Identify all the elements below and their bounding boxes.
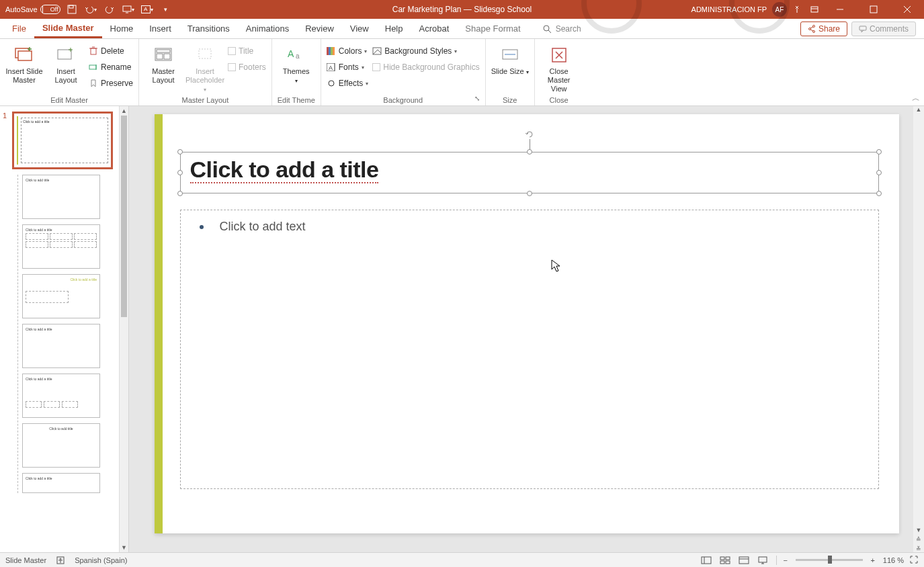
- status-view-mode[interactable]: Slide Master: [5, 556, 46, 564]
- zoom-level[interactable]: 116 %: [883, 556, 904, 564]
- resize-handle[interactable]: [876, 149, 882, 155]
- zoom-in-button[interactable]: +: [868, 556, 878, 564]
- master-layout-label: Master Layout: [144, 67, 182, 85]
- tab-slide-master[interactable]: Slide Master: [34, 19, 102, 38]
- title-placeholder-text[interactable]: Click to add a title: [181, 152, 878, 187]
- present-icon[interactable]: ▾: [121, 2, 136, 17]
- normal-view-icon[interactable]: [698, 554, 715, 566]
- title-chk-label: Title: [239, 46, 253, 56]
- canvas-scrollbar[interactable]: ▲ ▼ ≙ ≚: [913, 106, 924, 552]
- undo-icon[interactable]: ▾: [83, 2, 98, 17]
- lightbulb-icon[interactable]: [790, 2, 804, 17]
- background-styles-button[interactable]: Background Styles ▾: [372, 44, 479, 58]
- tab-help[interactable]: Help: [377, 19, 411, 38]
- svg-rect-14: [89, 65, 96, 69]
- tab-acrobat[interactable]: Acrobat: [411, 19, 458, 38]
- resize-handle[interactable]: [177, 149, 183, 155]
- reading-view-icon[interactable]: [735, 554, 753, 566]
- tab-shape-format[interactable]: Shape Format: [457, 19, 528, 38]
- insert-layout-button[interactable]: Insert Layout: [47, 42, 85, 85]
- share-button[interactable]: Share: [800, 21, 847, 36]
- resize-handle[interactable]: [177, 191, 183, 196]
- thumb-layout-4[interactable]: Click to add a title: [22, 324, 100, 368]
- sorter-view-icon[interactable]: [716, 554, 734, 566]
- thumb-layout-2[interactable]: Click to add a title: [22, 224, 100, 269]
- rename-button[interactable]: Rename: [89, 60, 133, 74]
- scroll-handle[interactable]: [121, 116, 127, 317]
- zoom-slider[interactable]: [796, 559, 863, 561]
- fit-window-icon[interactable]: [909, 555, 919, 566]
- thumb-scrollbar[interactable]: ▲ ▼: [119, 106, 128, 552]
- svg-rect-36: [726, 557, 730, 560]
- accessibility-icon[interactable]: [56, 556, 65, 565]
- resize-handle[interactable]: [876, 191, 882, 196]
- zoom-slider-knob[interactable]: [828, 556, 832, 564]
- close-master-view-button[interactable]: Close Master View: [540, 42, 578, 94]
- resize-handle[interactable]: [527, 191, 532, 196]
- slide-master-editor[interactable]: Click to add a title Click to add text: [155, 114, 899, 533]
- next-slide-icon[interactable]: ≚: [913, 546, 924, 552]
- slide-size-button[interactable]: Slide Size ▾: [491, 42, 529, 76]
- close-button[interactable]: [892, 0, 923, 19]
- minimize-button[interactable]: [825, 0, 855, 19]
- canvas-scroll-up-icon[interactable]: ▲: [913, 106, 924, 116]
- tab-animations[interactable]: Animations: [238, 19, 297, 38]
- resize-handle[interactable]: [177, 170, 183, 175]
- resize-handle[interactable]: [876, 170, 882, 175]
- svg-point-7: [808, 28, 810, 30]
- autosave-toggle[interactable]: AutoSave Off: [5, 5, 60, 14]
- redo-icon[interactable]: [102, 2, 117, 17]
- scroll-up-icon[interactable]: ▲: [120, 106, 128, 116]
- master-layout-button[interactable]: Master Layout: [144, 42, 182, 85]
- tab-review[interactable]: Review: [297, 19, 342, 38]
- colors-label: Colors: [339, 46, 362, 56]
- background-launcher-icon[interactable]: ⤡: [474, 95, 482, 103]
- thumb-layout-5[interactable]: Click to add a title: [22, 374, 100, 418]
- qat-customize-icon[interactable]: ▾: [159, 2, 173, 17]
- share-label: Share: [818, 24, 840, 34]
- thumb-master[interactable]: Click to add a title: [12, 112, 113, 169]
- themes-button[interactable]: Aa Themes▾: [278, 42, 315, 85]
- thumb-master-title: Click to add a title: [22, 118, 108, 124]
- group-label-size: Size: [491, 95, 529, 104]
- thumb-layout-1[interactable]: Click to add title: [22, 175, 100, 219]
- toggle-switch[interactable]: Off: [40, 5, 60, 14]
- thumb-layout-6[interactable]: Click to add title: [22, 423, 100, 468]
- status-language[interactable]: Spanish (Spain): [75, 556, 127, 564]
- body-placeholder-text[interactable]: Click to add text: [181, 210, 878, 243]
- scroll-down-icon[interactable]: ▼: [120, 543, 128, 552]
- prev-slide-icon[interactable]: ≙: [913, 536, 924, 543]
- slide-canvas[interactable]: Click to add a title Click to add text ▲…: [129, 106, 924, 552]
- comments-button[interactable]: Comments: [851, 21, 916, 36]
- slideshow-view-icon[interactable]: [754, 554, 771, 566]
- svg-rect-34: [702, 557, 711, 564]
- body-placeholder-box[interactable]: Click to add text: [180, 210, 879, 489]
- thumb-layout-3[interactable]: Click to add a title: [22, 274, 100, 318]
- preserve-label: Preserve: [101, 79, 133, 88]
- colors-button[interactable]: Colors ▾: [327, 44, 368, 58]
- title-placeholder-box[interactable]: Click to add a title: [180, 152, 879, 193]
- canvas-scroll-down-icon[interactable]: ▼: [913, 527, 924, 533]
- thumb-layout-7[interactable]: Click to add a title: [22, 473, 100, 493]
- tab-transitions[interactable]: Transitions: [179, 19, 238, 38]
- insert-layout-label: Insert Layout: [47, 67, 85, 85]
- tab-file[interactable]: File: [4, 19, 34, 38]
- rotate-handle-icon[interactable]: [525, 130, 534, 139]
- ribbon-display-icon[interactable]: [807, 2, 822, 17]
- resize-handle[interactable]: [527, 149, 532, 155]
- tab-home[interactable]: Home: [102, 19, 142, 38]
- preserve-button[interactable]: Preserve: [89, 77, 133, 90]
- zoom-out-button[interactable]: −: [781, 556, 790, 564]
- delete-button[interactable]: Delete: [89, 44, 133, 58]
- insert-slide-master-button[interactable]: Insert Slide Master: [5, 42, 43, 85]
- collapse-ribbon-icon[interactable]: ︿: [912, 93, 920, 104]
- font-box-icon[interactable]: A▾: [140, 2, 155, 17]
- maximize-button[interactable]: [858, 0, 889, 19]
- tab-view[interactable]: View: [342, 19, 377, 38]
- fonts-button[interactable]: AFonts ▾: [327, 60, 368, 74]
- effects-button[interactable]: Effects ▾: [327, 77, 368, 90]
- save-icon[interactable]: [65, 2, 79, 17]
- document-title: Car Marketing Plan — Slidesgo School: [392, 5, 532, 14]
- tab-insert[interactable]: Insert: [141, 19, 179, 38]
- themes-label: Themes▾: [283, 67, 310, 85]
